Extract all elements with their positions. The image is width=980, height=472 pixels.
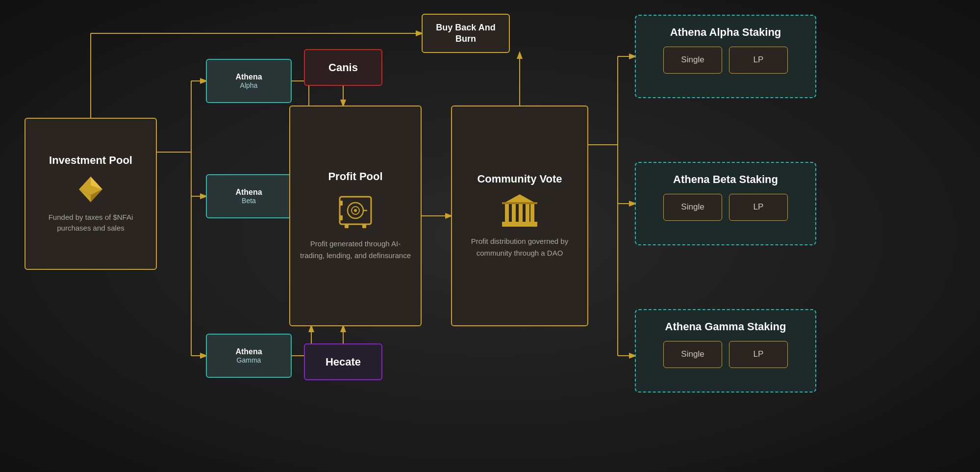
buyback-title: Buy Back And Burn: [427, 22, 504, 45]
staking-alpha-single-button[interactable]: Single: [663, 47, 722, 74]
svg-rect-40: [530, 204, 534, 222]
community-vote-title: Community Vote: [477, 173, 562, 185]
staking-gamma-title: Athena Gamma Staking: [665, 320, 786, 334]
staking-beta-panel: Athena Beta Staking Single LP: [635, 162, 816, 245]
staking-gamma-lp-button[interactable]: LP: [729, 341, 788, 368]
profit-pool-title: Profit Pool: [328, 170, 382, 183]
hecate-title: Hecate: [326, 356, 361, 368]
staking-alpha-buttons: Single LP: [663, 47, 788, 74]
staking-beta-single-button[interactable]: Single: [663, 194, 722, 221]
athena-alpha-subtitle: Alpha: [240, 81, 258, 89]
eth-icon: [76, 175, 105, 204]
svg-rect-41: [502, 222, 537, 225]
athena-beta-box: Athena Beta: [206, 174, 292, 218]
community-vote: Community Vote Profit distribution gover…: [451, 105, 588, 326]
athena-beta-subtitle: Beta: [242, 197, 256, 205]
svg-rect-34: [345, 224, 349, 228]
canis-box: Canis: [304, 49, 382, 86]
athena-gamma-box: Athena Gamma: [206, 334, 292, 378]
athena-beta-title: Athena: [235, 188, 262, 197]
svg-rect-35: [362, 224, 366, 228]
staking-beta-lp-button[interactable]: LP: [729, 194, 788, 221]
profit-pool: Profit Pool Profit generated through AI-…: [289, 105, 422, 326]
svg-point-30: [354, 209, 357, 212]
staking-alpha-title: Athena Alpha Staking: [670, 26, 781, 40]
buyback-box: Buy Back And Burn: [422, 14, 510, 53]
svg-rect-38: [519, 204, 523, 222]
canis-title: Canis: [328, 61, 358, 74]
safe-icon: [336, 191, 375, 230]
hecate-box: Hecate: [304, 343, 382, 380]
investment-pool: Investment Pool Funded by taxes of $NFAi…: [25, 118, 157, 270]
profit-pool-desc: Profit generated through AI-trading, len…: [300, 238, 411, 262]
staking-gamma-panel: Athena Gamma Staking Single LP: [635, 309, 816, 393]
staking-beta-title: Athena Beta Staking: [673, 173, 778, 187]
svg-rect-33: [340, 215, 343, 220]
svg-rect-37: [512, 204, 516, 222]
svg-rect-39: [526, 204, 529, 222]
staking-gamma-single-button[interactable]: Single: [663, 341, 722, 368]
svg-rect-42: [502, 225, 537, 227]
svg-rect-44: [502, 202, 537, 204]
athena-gamma-subtitle: Gamma: [237, 356, 261, 364]
athena-alpha-box: Athena Alpha: [206, 59, 292, 103]
community-vote-desc: Profit distribution governed by communit…: [462, 236, 578, 259]
svg-rect-36: [505, 204, 509, 222]
investment-pool-title: Investment Pool: [49, 154, 132, 167]
athena-gamma-title: Athena: [235, 347, 262, 356]
diagram-container: Investment Pool Funded by taxes of $NFAi…: [0, 0, 980, 472]
staking-alpha-lp-button[interactable]: LP: [729, 47, 788, 74]
svg-rect-32: [340, 201, 343, 206]
staking-beta-buttons: Single LP: [663, 194, 788, 221]
investment-pool-desc: Funded by taxes of $NFAi purchases and s…: [35, 212, 146, 234]
building-icon: [500, 193, 539, 228]
staking-gamma-buttons: Single LP: [663, 341, 788, 368]
athena-alpha-title: Athena: [235, 73, 262, 81]
staking-alpha-panel: Athena Alpha Staking Single LP: [635, 15, 816, 98]
